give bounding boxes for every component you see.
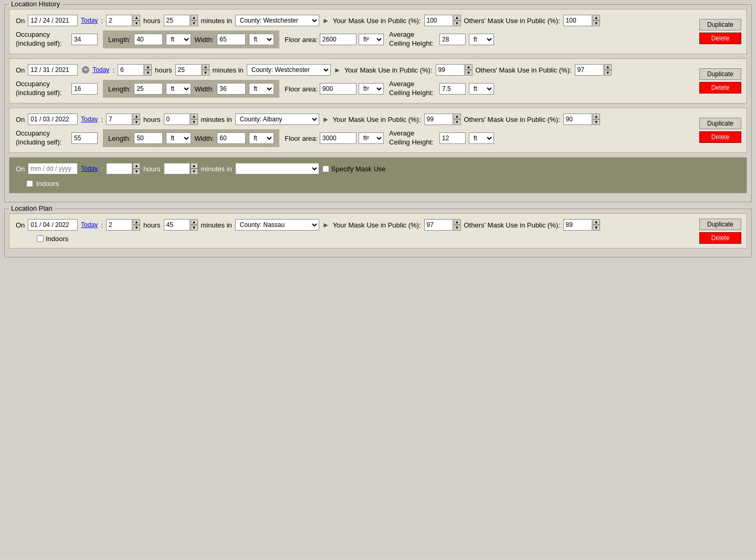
entry2-date[interactable] bbox=[28, 64, 78, 76]
entry2-ceiling-unit[interactable]: ftm bbox=[469, 83, 494, 95]
entry2-others-mask-up[interactable]: ▲ bbox=[604, 64, 612, 70]
entry1-floor-input[interactable] bbox=[320, 34, 356, 45]
entry1-hours-input[interactable] bbox=[106, 15, 132, 26]
entry3-your-mask-input[interactable] bbox=[424, 113, 453, 125]
plan1-delete-btn[interactable]: Delete bbox=[699, 232, 741, 244]
entry2-today-link[interactable]: Today bbox=[92, 66, 109, 74]
entry3-ceiling-unit[interactable]: ftm bbox=[469, 132, 494, 144]
entry2-hours-arrows[interactable]: ▲ ▼ bbox=[144, 64, 152, 76]
plan1-hours-input[interactable] bbox=[106, 219, 132, 231]
entry2-width-input[interactable] bbox=[217, 83, 246, 95]
new-entry-minutes-arrows[interactable]: ▲ ▼ bbox=[191, 163, 198, 174]
entry3-duplicate-btn[interactable]: Duplicate bbox=[699, 118, 741, 129]
entry1-length-input[interactable] bbox=[134, 34, 163, 45]
entry3-minutes-arrows[interactable]: ▲ ▼ bbox=[191, 113, 198, 125]
entry3-minutes-down[interactable]: ▼ bbox=[191, 119, 198, 125]
plan1-county-select[interactable]: County: Nassau County: Westchester Count… bbox=[235, 219, 319, 231]
entry2-hours-up[interactable]: ▲ bbox=[144, 64, 152, 70]
entry3-date[interactable] bbox=[28, 113, 78, 125]
entry3-hours-arrows[interactable]: ▲ ▼ bbox=[133, 113, 140, 125]
new-entry-hours-down[interactable]: ▼ bbox=[133, 169, 140, 174]
entry1-others-mask-input[interactable] bbox=[563, 15, 592, 26]
entry1-width-input[interactable] bbox=[217, 34, 246, 45]
plan1-others-mask-input[interactable] bbox=[563, 219, 592, 231]
new-entry-hours-spinner[interactable]: ▲ ▼ bbox=[106, 163, 140, 174]
entry2-minutes-arrows[interactable]: ▲ ▼ bbox=[202, 64, 209, 76]
entry3-width-unit[interactable]: ftm bbox=[249, 132, 274, 144]
entry1-hours-up[interactable]: ▲ bbox=[133, 15, 140, 20]
entry1-today-link[interactable]: Today bbox=[81, 17, 98, 24]
new-entry-minutes-spinner[interactable]: ▲ ▼ bbox=[164, 163, 198, 174]
entry2-hours-down[interactable]: ▼ bbox=[144, 70, 152, 76]
entry2-clear-date-icon[interactable]: ✕ bbox=[82, 66, 89, 74]
entry2-your-mask-up[interactable]: ▲ bbox=[465, 64, 472, 70]
plan1-duplicate-btn[interactable]: Duplicate bbox=[699, 219, 741, 230]
entry2-others-mask-arrows[interactable]: ▲ ▼ bbox=[604, 64, 612, 76]
plan1-minutes-down[interactable]: ▼ bbox=[191, 225, 198, 231]
entry2-minutes-spinner[interactable]: ▲ ▼ bbox=[175, 64, 209, 76]
entry3-minutes-input[interactable] bbox=[164, 113, 190, 125]
entry2-your-mask-input[interactable] bbox=[436, 64, 465, 76]
plan1-hours-up[interactable]: ▲ bbox=[133, 219, 140, 225]
entry3-your-mask-arrows[interactable]: ▲ ▼ bbox=[454, 113, 461, 125]
plan1-minutes-up[interactable]: ▲ bbox=[191, 219, 198, 225]
entry1-ceiling-input[interactable] bbox=[439, 34, 466, 45]
entry2-your-mask-spinner[interactable]: ▲ ▼ bbox=[436, 64, 472, 76]
new-entry-minutes-up[interactable]: ▲ bbox=[191, 163, 198, 169]
plan1-date[interactable] bbox=[28, 219, 78, 231]
plan1-minutes-input[interactable] bbox=[164, 219, 190, 231]
entry1-minutes-input[interactable] bbox=[164, 15, 190, 26]
entry1-floor-unit[interactable]: ft²m² bbox=[359, 34, 384, 45]
entry1-hours-down[interactable]: ▼ bbox=[133, 20, 140, 26]
entry2-length-input[interactable] bbox=[134, 83, 163, 95]
entry2-county-select[interactable]: County: Westchester County: Albany bbox=[247, 64, 331, 76]
entry3-floor-unit[interactable]: ft²m² bbox=[359, 132, 384, 144]
entry2-floor-unit[interactable]: ft²m² bbox=[359, 83, 384, 95]
entry1-others-mask-arrows[interactable]: ▲ ▼ bbox=[593, 15, 600, 26]
entry1-others-mask-down[interactable]: ▼ bbox=[593, 20, 600, 26]
entry1-minutes-spinner[interactable]: ▲ ▼ bbox=[164, 15, 198, 26]
new-entry-today-link[interactable]: Today bbox=[81, 165, 98, 172]
entry2-hours-spinner[interactable]: ▲ ▼ bbox=[118, 64, 152, 76]
entry3-your-mask-up[interactable]: ▲ bbox=[454, 113, 461, 119]
new-entry-indoors-checkbox[interactable] bbox=[26, 180, 33, 187]
entry3-hours-up[interactable]: ▲ bbox=[133, 113, 140, 119]
plan1-others-mask-arrows[interactable]: ▲ ▼ bbox=[593, 219, 600, 231]
plan1-today-link[interactable]: Today bbox=[81, 221, 98, 229]
entry1-length-unit[interactable]: ftm bbox=[166, 34, 191, 45]
entry1-your-mask-down[interactable]: ▼ bbox=[454, 20, 461, 26]
plan1-others-mask-up[interactable]: ▲ bbox=[593, 219, 600, 225]
entry3-county-select[interactable]: County: Albany County: Westchester bbox=[235, 113, 319, 125]
entry3-hours-input[interactable] bbox=[106, 113, 132, 125]
entry1-width-unit[interactable]: ftm bbox=[249, 34, 274, 45]
plan1-your-mask-up[interactable]: ▲ bbox=[454, 219, 461, 225]
entry3-minutes-spinner[interactable]: ▲ ▼ bbox=[164, 113, 198, 125]
entry3-others-mask-spinner[interactable]: ▲ ▼ bbox=[563, 113, 600, 125]
new-entry-specify-mask-checkbox[interactable] bbox=[322, 165, 329, 172]
entry3-your-mask-down[interactable]: ▼ bbox=[454, 119, 461, 125]
entry3-floor-input[interactable] bbox=[320, 132, 356, 144]
new-entry-hours-input[interactable] bbox=[106, 163, 132, 174]
entry3-hours-spinner[interactable]: ▲ ▼ bbox=[106, 113, 140, 125]
entry3-hours-down[interactable]: ▼ bbox=[133, 119, 140, 125]
plan1-minutes-arrows[interactable]: ▲ ▼ bbox=[191, 219, 198, 231]
entry3-width-input[interactable] bbox=[217, 132, 246, 144]
entry2-width-unit[interactable]: ftm bbox=[249, 83, 274, 95]
entry1-hours-arrows[interactable]: ▲ ▼ bbox=[133, 15, 140, 26]
entry3-delete-btn[interactable]: Delete bbox=[699, 131, 741, 143]
plan1-your-mask-down[interactable]: ▼ bbox=[454, 225, 461, 231]
plan1-hours-spinner[interactable]: ▲ ▼ bbox=[106, 219, 140, 231]
entry3-length-unit[interactable]: ftm bbox=[166, 132, 191, 144]
entry3-length-input[interactable] bbox=[134, 132, 163, 144]
entry1-county-select[interactable]: County: Westchester County: Albany Count… bbox=[235, 15, 319, 26]
entry3-today-link[interactable]: Today bbox=[81, 116, 98, 123]
plan1-indoors-checkbox[interactable] bbox=[37, 235, 44, 242]
entry1-ceiling-unit[interactable]: ftm bbox=[469, 34, 494, 45]
entry2-delete-btn[interactable]: Delete bbox=[699, 82, 741, 94]
entry2-hours-input[interactable] bbox=[118, 64, 144, 76]
new-entry-date[interactable] bbox=[28, 163, 78, 174]
entry2-length-unit[interactable]: ftm bbox=[166, 83, 191, 95]
plan1-your-mask-spinner[interactable]: ▲ ▼ bbox=[424, 219, 461, 231]
entry2-others-mask-down[interactable]: ▼ bbox=[604, 70, 612, 76]
entry1-minutes-up[interactable]: ▲ bbox=[191, 15, 198, 20]
